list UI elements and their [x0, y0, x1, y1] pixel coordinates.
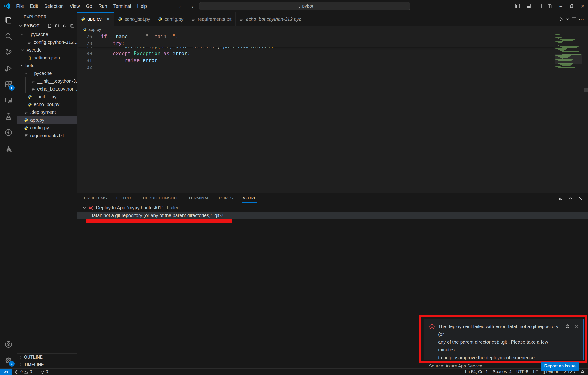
activity-azure[interactable]	[0, 140, 17, 156]
breadcrumb[interactable]: app.py	[77, 26, 588, 33]
tree-item-config.cpython-312....[interactable]: config.cpython-312....	[17, 38, 77, 46]
editor-scrollbar[interactable]	[584, 88, 588, 92]
activity-extensions[interactable]: 5	[0, 76, 17, 92]
panel-tab-bar: PROBLEMSOUTPUTDEBUG CONSOLETERMINALPORTS…	[77, 193, 588, 203]
tree-item-settings.json[interactable]: {}settings.json	[17, 54, 77, 62]
menu-go[interactable]: Go	[83, 3, 95, 9]
panel-tab-output[interactable]: OUTPUT	[116, 194, 134, 203]
restore-button[interactable]	[566, 0, 577, 12]
toggle-panel-icon[interactable]	[523, 0, 534, 12]
notification-close-icon[interactable]	[574, 324, 579, 329]
section-outline[interactable]: OUTLINE	[17, 353, 77, 361]
split-editor-icon[interactable]	[571, 17, 577, 22]
tree-item-label: config.py	[30, 125, 49, 131]
panel-tab-ports[interactable]: PORTS	[219, 194, 233, 203]
forward-arrow-icon[interactable]: →	[187, 0, 196, 12]
activity-testing[interactable]	[0, 108, 17, 125]
tree-item-__init__.cpython-31...[interactable]: __init__.cpython-31...	[17, 77, 77, 85]
workspace-section-header[interactable]: PYBOT	[17, 22, 77, 30]
activity-remote-explorer[interactable]	[0, 92, 17, 108]
panel-tab-problems[interactable]: PROBLEMS	[84, 194, 107, 203]
tree-item-config.py[interactable]: config.py	[17, 124, 77, 132]
panel-tab-debug-console[interactable]: DEBUG CONSOLE	[143, 194, 179, 203]
activity-explorer[interactable]	[0, 12, 17, 28]
activity-search[interactable]	[0, 28, 17, 44]
menu-terminal[interactable]: Terminal	[110, 3, 134, 9]
warning-count: 0	[30, 369, 32, 374]
panel-tab-terminal[interactable]: TERMINAL	[188, 194, 210, 203]
tab-requirements.txt[interactable]: requirements.txt	[187, 12, 235, 26]
remote-indicator[interactable]: ><	[0, 369, 12, 375]
new-folder-icon[interactable]	[55, 24, 59, 28]
tab-close-icon[interactable]: ✕	[106, 17, 110, 22]
code-text: raise error	[92, 58, 158, 63]
tab-echo_bot.cpython-312.pyc[interactable]: echo_bot.cpython-312.pyc	[236, 12, 305, 26]
tab-config.py[interactable]: config.py	[154, 12, 187, 26]
tree-item-echo_bot.py[interactable]: echo_bot.py	[17, 101, 77, 108]
tab-app.py[interactable]: app.py✕	[77, 12, 114, 26]
tree-indent-guide	[25, 85, 26, 93]
code-editor[interactable]: 79 web.run_app(APP, host="0.0.0.0", port…	[77, 33, 588, 193]
customize-layout-icon[interactable]	[545, 0, 556, 12]
close-panel-icon[interactable]	[578, 196, 583, 201]
python-file-icon	[83, 28, 87, 31]
menu-run[interactable]: Run	[95, 3, 110, 9]
tree-item-__init__.py[interactable]: __init__.py	[17, 93, 77, 101]
activity-azure-functions[interactable]	[0, 125, 17, 140]
tree-item-bots[interactable]: bots	[17, 62, 77, 70]
tree-item-echo_bot.cpython-...[interactable]: echo_bot.cpython-...	[17, 85, 77, 93]
toggle-sidebar-icon[interactable]	[512, 0, 523, 12]
activity-source-control[interactable]	[0, 44, 17, 60]
minimap-line	[556, 52, 569, 52]
tree-item-.vscode[interactable]: .vscode	[17, 46, 77, 54]
python-file-icon	[118, 17, 122, 21]
new-file-icon[interactable]	[47, 24, 52, 28]
command-center-search[interactable]: pybot	[199, 2, 410, 10]
azure-deploy-row[interactable]: Deploy to App "mypythontest01" Failed	[77, 204, 588, 212]
toggle-secondary-sidebar-icon[interactable]	[534, 0, 545, 12]
tab-echo_bot.py[interactable]: echo_bot.py	[114, 12, 154, 26]
tree-item-requirements.txt[interactable]: requirements.txt	[17, 132, 77, 140]
tree-item-__pycache__[interactable]: __pycache__	[17, 70, 77, 77]
clear-output-icon[interactable]	[558, 196, 563, 201]
notification-settings-gear-icon[interactable]	[565, 324, 570, 329]
panel-tab-azure[interactable]: AZURE	[242, 194, 257, 203]
ports-status[interactable]: 0	[38, 369, 51, 375]
section-timeline[interactable]: TIMELINE	[17, 361, 77, 368]
sidebar-bottom-sections: OUTLINETIMELINE	[17, 353, 77, 368]
menu-view[interactable]: View	[67, 3, 83, 9]
minimize-button[interactable]: –	[556, 0, 566, 12]
tree-indent-guide	[22, 70, 22, 77]
minimap-line	[556, 66, 561, 67]
tree-item-app.py[interactable]: app.py	[17, 116, 77, 124]
tree-indent-guide	[22, 77, 22, 85]
minimap-slider[interactable]	[556, 54, 582, 64]
report-an-issue-button[interactable]: Report an issue	[541, 362, 579, 371]
minimap-line	[557, 45, 559, 46]
run-button[interactable]	[558, 17, 564, 22]
close-window-button[interactable]: ✕	[577, 0, 588, 12]
maximize-panel-icon[interactable]	[568, 196, 573, 201]
tree-item-label: app.py	[30, 117, 44, 123]
tree-item-__pycache__[interactable]: __pycache__	[17, 31, 77, 38]
sidebar-more-actions-icon[interactable]: ⋯	[68, 14, 74, 20]
notification-line: to help us improve the deployment experi…	[438, 354, 562, 362]
menu-help[interactable]: Help	[134, 3, 150, 9]
run-dropdown-chevron-icon[interactable]	[566, 17, 569, 21]
problems-status[interactable]: 0 0	[12, 369, 34, 375]
refresh-icon[interactable]	[63, 24, 67, 28]
activity-accounts[interactable]	[0, 336, 17, 352]
back-arrow-icon[interactable]: ←	[176, 0, 186, 12]
menu-edit[interactable]: Edit	[27, 3, 41, 9]
notifications-bell[interactable]	[578, 369, 588, 375]
menu-file[interactable]: File	[13, 3, 27, 9]
collapse-folders-icon[interactable]	[70, 24, 74, 28]
azure-error-row[interactable]: fatal: not a git repository (or any of t…	[77, 212, 588, 219]
tree-item-.deployment[interactable]: .deployment	[17, 108, 77, 116]
error-count: 0	[20, 369, 23, 374]
more-actions-icon[interactable]: ⋯	[578, 16, 584, 22]
minimap-line	[557, 49, 566, 50]
activity-run-debug[interactable]	[0, 60, 17, 76]
activity-settings[interactable]: 1	[0, 352, 17, 368]
menu-selection[interactable]: Selection	[41, 3, 67, 9]
